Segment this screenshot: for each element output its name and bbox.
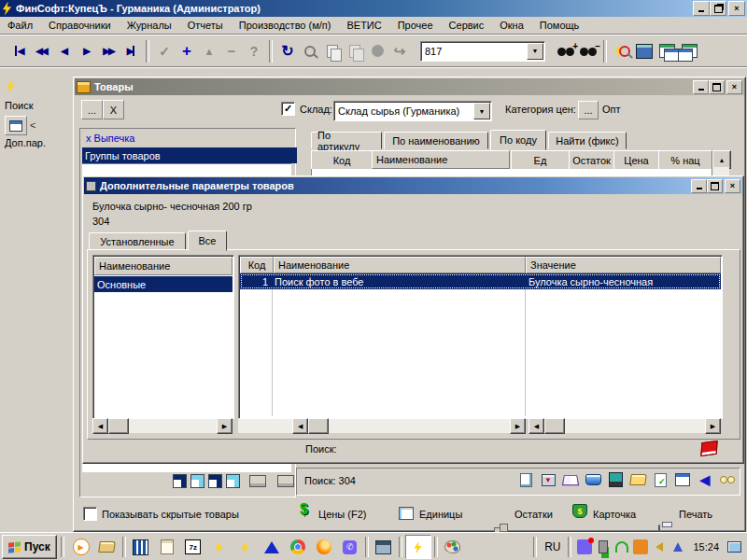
right-table-selected-row[interactable]: 1 Поиск фото в вебе Булочка сырно-чесноч… xyxy=(240,273,721,289)
window-tile-button[interactable] xyxy=(655,40,678,63)
price-category-browse-button[interactable]: ... xyxy=(578,101,599,119)
book-button[interactable] xyxy=(562,472,579,487)
triangle-app-launcher[interactable] xyxy=(260,536,284,558)
menu-help[interactable]: Помощь xyxy=(540,20,580,31)
photo-button[interactable] xyxy=(607,472,624,487)
warehouse-combobox[interactable]: Склад сырья (Гурманика) ▼ xyxy=(333,101,492,121)
scroll-thumb[interactable] xyxy=(308,418,329,434)
menu-references[interactable]: Справочники xyxy=(49,20,111,31)
mini-calendar-icon[interactable] xyxy=(226,474,240,488)
nav-last-button[interactable]: ▶ xyxy=(120,40,142,63)
prices-button[interactable]: Цены (F2) xyxy=(318,509,366,520)
tab-by-article[interactable]: По артикулу xyxy=(311,132,382,149)
red-book-icon[interactable] xyxy=(700,441,717,456)
nav-fast-prev-button[interactable]: ◀◀ xyxy=(30,40,52,63)
group-browse-button[interactable]: ... xyxy=(81,100,103,119)
dialog-minimize-button[interactable] xyxy=(691,179,707,193)
nav-next-button[interactable]: ▶ xyxy=(75,40,97,63)
menu-file[interactable]: Файл xyxy=(7,20,33,31)
column-header-name[interactable]: Наименование xyxy=(372,150,510,169)
units-button[interactable]: Единицы xyxy=(419,509,462,520)
chrome-launcher[interactable] xyxy=(286,536,310,558)
basket-button[interactable] xyxy=(585,472,601,487)
menu-production[interactable]: Производство (м/п) xyxy=(239,20,331,31)
menu-service[interactable]: Сервис xyxy=(449,20,485,31)
doc-search-button[interactable] xyxy=(517,472,534,487)
copy-button[interactable] xyxy=(321,40,344,63)
menu-windows[interactable]: Окна xyxy=(500,20,524,31)
dialog-close-button[interactable]: × xyxy=(725,179,740,193)
combobox-dropdown-button[interactable]: ▼ xyxy=(527,43,543,60)
paint-launcher[interactable] xyxy=(441,536,465,558)
kupets-active-task[interactable] xyxy=(405,535,431,559)
app-restore-button[interactable] xyxy=(710,1,726,16)
warehouse-checkbox[interactable]: ✓ xyxy=(281,102,295,116)
column-header-markup[interactable]: % нац xyxy=(658,150,712,171)
save-view-button[interactable] xyxy=(633,40,655,63)
col-header-value[interactable]: Значение xyxy=(526,257,721,273)
clock[interactable]: 15:24 xyxy=(693,541,719,553)
tab-by-name[interactable]: По наименованию xyxy=(384,132,488,149)
nav-prev-button[interactable]: ◀ xyxy=(52,40,75,63)
redo-button[interactable]: ↪ xyxy=(388,40,411,63)
col-header-code[interactable]: Код xyxy=(240,257,274,273)
print-button[interactable]: Печать xyxy=(679,509,712,520)
column-header-price[interactable]: Цена xyxy=(613,150,659,171)
app-close-button[interactable]: × xyxy=(728,1,745,16)
goods-vscroll-up-button[interactable]: ▲ xyxy=(712,150,731,169)
delete-record-button[interactable]: − xyxy=(220,40,243,63)
notepad-launcher[interactable] xyxy=(155,536,179,558)
open-folder-button[interactable] xyxy=(629,472,646,487)
mini-print-icon[interactable] xyxy=(249,475,266,487)
gpu-tray-icon[interactable] xyxy=(670,539,685,554)
column-header-code[interactable]: Код xyxy=(311,150,373,171)
left-table-selected-row[interactable]: Основные xyxy=(94,276,233,292)
left-table-header[interactable]: Наименование xyxy=(94,257,233,275)
back-button[interactable]: ◀ xyxy=(697,472,713,487)
tab-installed[interactable]: Установленные xyxy=(89,232,186,250)
right-table-hscrollbar-1[interactable]: ◀ ▶ xyxy=(238,419,526,433)
display-tray-icon[interactable] xyxy=(726,539,741,554)
menu-other[interactable]: Прочее xyxy=(398,20,433,31)
scroll-thumb[interactable] xyxy=(108,418,129,434)
paste-button[interactable] xyxy=(344,40,366,63)
edit-record-button[interactable]: ▲ xyxy=(198,40,220,63)
viber-launcher[interactable]: ✆ xyxy=(338,536,362,558)
app-launcher[interactable] xyxy=(129,536,153,558)
card-button[interactable]: Карточка xyxy=(593,509,636,520)
mini-print-icon[interactable] xyxy=(277,475,294,487)
column-header-unit[interactable]: Ед xyxy=(511,150,570,171)
right-table-hscrollbar-2[interactable]: ◀ ▶ xyxy=(529,419,721,433)
confirm-button[interactable]: ✓ xyxy=(153,40,176,63)
language-indicator[interactable]: RU xyxy=(544,540,560,553)
scroll-left-button[interactable]: ◀ xyxy=(292,418,308,434)
scroll-right-button[interactable]: ▶ xyxy=(217,418,233,434)
goods-minimize-button[interactable] xyxy=(693,80,709,94)
start-button[interactable]: Пуск xyxy=(2,535,57,559)
stop-button[interactable] xyxy=(366,40,388,63)
goods-close-button[interactable]: × xyxy=(726,80,742,94)
window-cascade-button[interactable] xyxy=(678,40,700,63)
menu-reports[interactable]: Отчеты xyxy=(188,20,223,31)
scroll-left-button[interactable]: ◀ xyxy=(529,418,544,434)
docs-check-button[interactable]: ✓ xyxy=(652,472,669,487)
headset-tray-icon[interactable] xyxy=(614,539,629,554)
mini-calendar-icon[interactable] xyxy=(190,474,204,488)
import-button[interactable]: ▼ xyxy=(540,472,557,487)
cash-register-launcher[interactable] xyxy=(372,536,396,558)
stocks-button[interactable]: Остатки xyxy=(514,509,553,520)
help-button[interactable]: ? xyxy=(243,40,265,63)
add-record-button[interactable]: + xyxy=(176,40,198,63)
group-clear-button[interactable]: X xyxy=(103,100,124,119)
mini-calendar-icon[interactable] xyxy=(173,474,187,488)
find-minus-button[interactable]: − xyxy=(577,40,599,63)
refresh-button[interactable]: ↻ xyxy=(276,40,299,63)
usb-tray-icon[interactable] xyxy=(596,539,611,554)
sidebar-collapse-button[interactable]: < xyxy=(30,119,35,131)
sidebar-params-label[interactable]: Доп.пар. xyxy=(5,137,46,148)
dialog-maximize-button[interactable] xyxy=(707,179,723,193)
kupets-window-1[interactable] xyxy=(207,536,232,558)
menu-vetis[interactable]: ВЕТИС xyxy=(346,20,381,31)
viber-tray-icon[interactable] xyxy=(577,539,592,554)
scroll-left-button[interactable]: ◀ xyxy=(92,418,108,434)
